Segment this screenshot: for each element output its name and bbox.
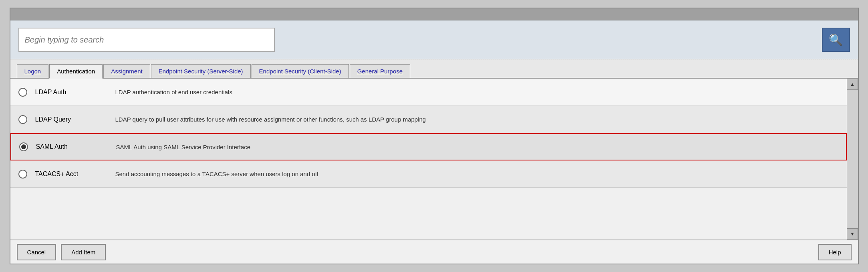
search-button[interactable]: 🔍 bbox=[822, 28, 850, 52]
add-item-button[interactable]: Add Item bbox=[61, 244, 106, 260]
tab-logon[interactable]: Logon bbox=[17, 64, 49, 78]
scroll-up-button[interactable]: ▲ bbox=[847, 79, 858, 90]
tab-endpoint-client[interactable]: Endpoint Security (Client-Side) bbox=[252, 64, 349, 78]
item-name-tacacs-acct: TACACS+ Acct bbox=[35, 171, 115, 178]
list-item[interactable]: LDAP Auth LDAP authentication of end use… bbox=[10, 79, 847, 106]
item-desc-ldap-auth: LDAP authentication of end user credenti… bbox=[115, 89, 839, 95]
radio-tacacs-acct[interactable] bbox=[18, 170, 27, 179]
outer-container: 🔍 Logon Authentication Assignment Endpoi… bbox=[0, 0, 868, 272]
cancel-button[interactable]: Cancel bbox=[17, 244, 56, 260]
radio-saml-auth[interactable] bbox=[19, 142, 28, 151]
list-item[interactable]: TACACS+ Acct Send accounting messages to… bbox=[10, 160, 847, 188]
tab-assignment[interactable]: Assignment bbox=[103, 64, 150, 78]
item-desc-ldap-query: LDAP query to pull user attributes for u… bbox=[115, 116, 839, 123]
search-area: 🔍 bbox=[10, 20, 858, 59]
search-input[interactable] bbox=[18, 28, 275, 52]
scroll-down-button[interactable]: ▼ bbox=[847, 228, 858, 240]
item-name-ldap-auth: LDAP Auth bbox=[35, 89, 115, 96]
list-item[interactable]: LDAP Query LDAP query to pull user attri… bbox=[10, 106, 847, 133]
tabs-area: Logon Authentication Assignment Endpoint… bbox=[10, 59, 858, 79]
footer: Cancel Add Item Help bbox=[10, 240, 858, 264]
item-desc-saml-auth: SAML Auth using SAML Service Provider In… bbox=[116, 144, 838, 150]
help-button[interactable]: Help bbox=[818, 244, 852, 260]
search-icon: 🔍 bbox=[829, 33, 843, 47]
item-desc-tacacs-acct: Send accounting messages to a TACACS+ se… bbox=[115, 171, 839, 177]
item-name-saml-auth: SAML Auth bbox=[36, 143, 116, 150]
list-item-selected[interactable]: SAML Auth SAML Auth using SAML Service P… bbox=[10, 133, 847, 160]
list-container: LDAP Auth LDAP authentication of end use… bbox=[10, 79, 847, 240]
item-name-ldap-query: LDAP Query bbox=[35, 116, 115, 123]
radio-ldap-query[interactable] bbox=[18, 115, 27, 124]
scrollbar: ▲ ▼ bbox=[847, 79, 858, 240]
radio-ldap-auth[interactable] bbox=[18, 88, 27, 97]
scroll-track[interactable] bbox=[847, 90, 858, 228]
tab-endpoint-server[interactable]: Endpoint Security (Server-Side) bbox=[151, 64, 251, 78]
tab-general-purpose[interactable]: General Purpose bbox=[350, 64, 410, 78]
top-bar bbox=[10, 8, 858, 20]
content-area: LDAP Auth LDAP authentication of end use… bbox=[10, 79, 858, 240]
tab-authentication[interactable]: Authentication bbox=[49, 64, 103, 79]
dialog: 🔍 Logon Authentication Assignment Endpoi… bbox=[10, 8, 859, 264]
